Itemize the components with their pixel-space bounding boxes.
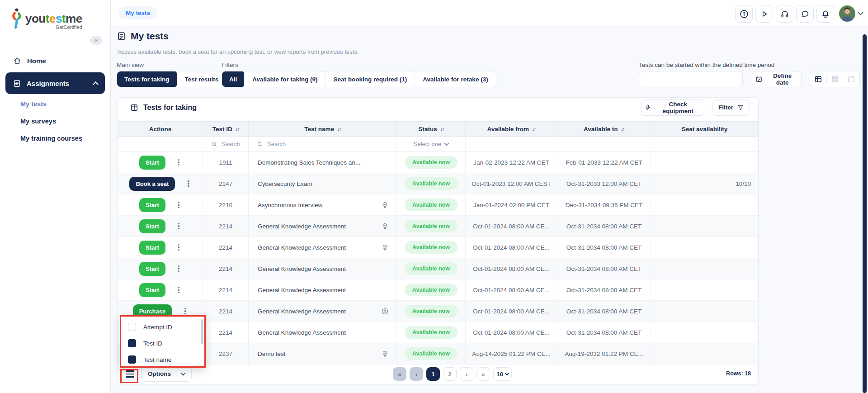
- actions-cell: Start: [118, 216, 203, 237]
- column-header-available-to[interactable]: Available to↓↑: [557, 121, 651, 137]
- column-option-label: Test ID: [143, 340, 162, 347]
- page-scrollbar[interactable]: [863, 34, 867, 393]
- sidebar-item-assignments[interactable]: Assignments: [5, 72, 105, 94]
- available-to-cell: Oct-31-2034 08:00 AM CET: [557, 258, 651, 279]
- sort-icon[interactable]: ↓↑: [621, 126, 624, 132]
- column-header-status[interactable]: Status↓↑: [397, 121, 466, 137]
- chip-all[interactable]: All: [222, 71, 245, 87]
- start-button[interactable]: Start: [139, 219, 165, 233]
- start-button[interactable]: Start: [139, 241, 165, 255]
- table-row: Start1911Demonstrating Sales Techniques …: [118, 152, 758, 173]
- test-name-cell: Asynchronous Interview: [249, 194, 397, 216]
- sidebar-subitem-my-tests[interactable]: My tests: [20, 100, 47, 108]
- page-size-select[interactable]: 10: [493, 367, 512, 381]
- column-option-label: Test name: [143, 356, 171, 363]
- chip-available-for-retake-3[interactable]: Available for retake (3): [415, 71, 495, 87]
- column-option-attempt-id[interactable]: Attempt ID: [121, 319, 204, 335]
- breadcrumb[interactable]: My tests: [118, 6, 157, 19]
- tutorial-button[interactable]: [755, 5, 773, 23]
- chat-button[interactable]: [796, 5, 814, 23]
- column-header-available-from[interactable]: Available from↓↑: [466, 121, 557, 137]
- status-select[interactable]: Select one: [414, 141, 448, 147]
- webcam-icon: [381, 201, 389, 209]
- status-badge: Available now: [405, 241, 458, 254]
- next-page-button[interactable]: ›: [460, 367, 473, 381]
- pagination: «‹12›»10: [393, 367, 512, 381]
- available-to-cell: Oct-31-2034 08:00 AM CET: [557, 322, 651, 343]
- last-page-button[interactable]: »: [476, 367, 490, 381]
- filters-label: Filters: [222, 62, 238, 68]
- table-view-button[interactable]: [810, 71, 826, 87]
- search-icon: [211, 141, 217, 147]
- define-date-button[interactable]: Define date: [752, 71, 802, 87]
- row-menu-icon[interactable]: [183, 306, 188, 317]
- available-from-cell: Oct-01-2024 08:00 AM CE...: [466, 322, 557, 343]
- column-header-test-id[interactable]: Test ID↓↑: [203, 121, 249, 137]
- available-to-cell: Oct-31-2034 08:00 AM CET: [557, 279, 651, 301]
- sort-icon[interactable]: ↓↑: [532, 126, 536, 132]
- calendar-view-button[interactable]: [843, 71, 859, 87]
- row-menu-icon[interactable]: [176, 264, 181, 274]
- chip-seat-booking-required-1[interactable]: Seat booking required (1): [326, 71, 415, 87]
- filter-button[interactable]: Filter: [712, 99, 750, 116]
- card-title-text: Tests for taking: [143, 104, 197, 112]
- page-button-1[interactable]: 1: [426, 367, 440, 381]
- available-from-cell: Oct-01-2023 12:00 AM CEST: [466, 173, 557, 194]
- sidebar-item-home[interactable]: Home: [5, 53, 105, 68]
- tab-tests-for-taking[interactable]: Tests for taking: [117, 71, 177, 87]
- start-button[interactable]: Start: [139, 198, 165, 212]
- row-menu-icon[interactable]: [176, 285, 181, 295]
- sort-icon[interactable]: ↓↑: [337, 126, 341, 132]
- sidebar-subitem-my-training-courses[interactable]: My training courses: [20, 135, 82, 142]
- column-label: Seat availability: [682, 126, 727, 133]
- svg-text:?: ?: [742, 11, 745, 16]
- user-avatar[interactable]: [839, 5, 855, 22]
- chevron-down-icon: [505, 371, 509, 376]
- row-menu-icon[interactable]: [176, 200, 181, 210]
- status-badge: Available now: [405, 220, 458, 232]
- sidebar-collapse-button[interactable]: «: [90, 36, 102, 45]
- previous-page-button[interactable]: ‹: [410, 367, 423, 381]
- sort-icon[interactable]: ↓↑: [236, 126, 239, 132]
- first-page-button[interactable]: «: [393, 367, 406, 381]
- book-a-seat-button[interactable]: Book a seat: [129, 177, 175, 191]
- chip-available-for-taking-9[interactable]: Available for taking (9): [244, 71, 325, 87]
- table-body: Start1911Demonstrating Sales Techniques …: [118, 152, 758, 365]
- chevron-up-icon: [93, 81, 99, 87]
- page-size-value: 10: [496, 371, 503, 378]
- column-chooser-list: Attempt ID✓Test ID✓Test name: [121, 317, 204, 368]
- start-button[interactable]: Start: [139, 262, 165, 276]
- start-button[interactable]: Start: [139, 283, 165, 297]
- checkbox-checked[interactable]: ✓: [128, 355, 136, 364]
- start-button[interactable]: Start: [139, 156, 165, 170]
- page-button-2[interactable]: 2: [443, 367, 457, 381]
- checkbox-unchecked[interactable]: [128, 323, 136, 331]
- sort-icon[interactable]: ↓↑: [440, 126, 444, 132]
- row-menu-icon[interactable]: [176, 242, 181, 253]
- test-id-search-input[interactable]: [221, 140, 248, 148]
- date-period-input[interactable]: [639, 71, 743, 87]
- notifications-button[interactable]: [816, 5, 834, 23]
- grid-view-button[interactable]: [827, 71, 843, 87]
- status-cell: Available now: [397, 343, 466, 365]
- row-menu-icon[interactable]: [176, 221, 181, 232]
- support-button[interactable]: [776, 5, 793, 23]
- checkbox-checked[interactable]: ✓: [128, 339, 136, 347]
- column-option-test-id[interactable]: ✓Test ID: [121, 335, 204, 351]
- popup-scrollbar[interactable]: [201, 319, 203, 344]
- sidebar-subitem-my-surveys[interactable]: My surveys: [20, 118, 56, 125]
- row-menu-icon[interactable]: [186, 179, 191, 189]
- test-name-search-input[interactable]: [266, 140, 366, 148]
- row-menu-icon[interactable]: [176, 157, 181, 168]
- test-name-cell: General Knowledge Assessment: [249, 279, 397, 301]
- help-button[interactable]: ?: [735, 5, 753, 23]
- column-option-test-name[interactable]: ✓Test name: [121, 351, 204, 368]
- actions-cell: Start: [118, 279, 203, 301]
- sidebar-item-label: Assignments: [27, 80, 88, 87]
- column-settings-button[interactable]: [124, 369, 136, 379]
- topbar: My tests: [110, 0, 868, 25]
- tab-test-results[interactable]: Test results: [177, 71, 226, 87]
- options-button[interactable]: Options: [141, 366, 192, 382]
- column-header-test-name[interactable]: Test name↓↑: [249, 121, 397, 137]
- check-equipment-button[interactable]: Check equipment: [641, 99, 704, 116]
